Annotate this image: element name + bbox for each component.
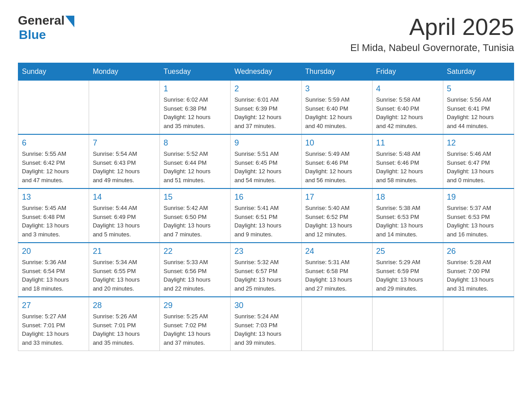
calendar-week-row: 13Sunrise: 5:45 AM Sunset: 6:48 PM Dayli… bbox=[18, 188, 514, 243]
day-info: Sunrise: 5:49 AM Sunset: 6:46 PM Dayligh… bbox=[305, 150, 369, 184]
calendar-header: SundayMondayTuesdayWednesdayThursdayFrid… bbox=[18, 63, 514, 81]
calendar-cell: 11Sunrise: 5:48 AM Sunset: 6:46 PM Dayli… bbox=[372, 134, 443, 188]
calendar-cell: 15Sunrise: 5:42 AM Sunset: 6:50 PM Dayli… bbox=[160, 188, 231, 243]
day-number: 13 bbox=[22, 193, 85, 202]
calendar-cell: 6Sunrise: 5:55 AM Sunset: 6:42 PM Daylig… bbox=[18, 134, 89, 188]
day-number: 25 bbox=[376, 247, 439, 256]
calendar-cell: 8Sunrise: 5:52 AM Sunset: 6:44 PM Daylig… bbox=[160, 134, 231, 188]
logo-general-text: General bbox=[18, 13, 64, 28]
day-info: Sunrise: 5:46 AM Sunset: 6:47 PM Dayligh… bbox=[447, 150, 510, 184]
day-info: Sunrise: 5:31 AM Sunset: 6:58 PM Dayligh… bbox=[305, 258, 369, 293]
day-info: Sunrise: 5:54 AM Sunset: 6:43 PM Dayligh… bbox=[93, 150, 156, 184]
calendar-cell: 16Sunrise: 5:41 AM Sunset: 6:51 PM Dayli… bbox=[231, 188, 301, 243]
day-number: 28 bbox=[93, 301, 156, 310]
location-title: El Mida, Nabeul Governorate, Tunisia bbox=[350, 42, 514, 54]
calendar-cell: 22Sunrise: 5:33 AM Sunset: 6:56 PM Dayli… bbox=[160, 243, 231, 297]
day-info: Sunrise: 5:33 AM Sunset: 6:56 PM Dayligh… bbox=[163, 258, 227, 293]
weekday-header-monday: Monday bbox=[89, 63, 160, 81]
day-info: Sunrise: 5:56 AM Sunset: 6:41 PM Dayligh… bbox=[447, 95, 510, 130]
day-number: 12 bbox=[447, 138, 510, 148]
day-info: Sunrise: 5:51 AM Sunset: 6:45 PM Dayligh… bbox=[234, 150, 297, 184]
weekday-header-row: SundayMondayTuesdayWednesdayThursdayFrid… bbox=[18, 63, 514, 81]
day-number: 19 bbox=[447, 193, 510, 202]
day-number: 27 bbox=[22, 301, 85, 310]
day-info: Sunrise: 5:41 AM Sunset: 6:51 PM Dayligh… bbox=[234, 204, 297, 239]
calendar-cell bbox=[372, 297, 443, 351]
logo: General Blue bbox=[18, 13, 74, 42]
calendar-cell: 26Sunrise: 5:28 AM Sunset: 7:00 PM Dayli… bbox=[443, 243, 514, 297]
day-number: 29 bbox=[163, 301, 227, 310]
weekday-header-tuesday: Tuesday bbox=[160, 63, 231, 81]
calendar-cell bbox=[301, 297, 372, 351]
day-info: Sunrise: 5:27 AM Sunset: 7:01 PM Dayligh… bbox=[22, 312, 85, 347]
day-number: 17 bbox=[305, 193, 369, 202]
day-info: Sunrise: 5:59 AM Sunset: 6:40 PM Dayligh… bbox=[305, 95, 369, 130]
day-info: Sunrise: 5:58 AM Sunset: 6:40 PM Dayligh… bbox=[376, 95, 439, 130]
calendar-cell: 3Sunrise: 5:59 AM Sunset: 6:40 PM Daylig… bbox=[301, 81, 372, 135]
calendar-cell bbox=[18, 81, 89, 135]
logo-blue-text: Blue bbox=[19, 28, 46, 42]
logo-wrapper: General Blue bbox=[18, 13, 74, 42]
day-number: 8 bbox=[163, 138, 227, 148]
calendar-cell: 23Sunrise: 5:32 AM Sunset: 6:57 PM Dayli… bbox=[231, 243, 301, 297]
calendar-cell: 5Sunrise: 5:56 AM Sunset: 6:41 PM Daylig… bbox=[443, 81, 514, 135]
title-section: April 2025 El Mida, Nabeul Governorate, … bbox=[350, 13, 514, 54]
day-number: 1 bbox=[163, 84, 227, 94]
day-number: 14 bbox=[93, 193, 156, 202]
calendar-cell: 17Sunrise: 5:40 AM Sunset: 6:52 PM Dayli… bbox=[301, 188, 372, 243]
day-info: Sunrise: 5:44 AM Sunset: 6:49 PM Dayligh… bbox=[93, 204, 156, 239]
calendar-week-row: 1Sunrise: 6:02 AM Sunset: 6:38 PM Daylig… bbox=[18, 81, 514, 135]
day-info: Sunrise: 5:55 AM Sunset: 6:42 PM Dayligh… bbox=[22, 150, 85, 184]
day-info: Sunrise: 5:38 AM Sunset: 6:53 PM Dayligh… bbox=[376, 204, 439, 239]
day-number: 16 bbox=[234, 193, 297, 202]
calendar-cell: 14Sunrise: 5:44 AM Sunset: 6:49 PM Dayli… bbox=[89, 188, 160, 243]
day-info: Sunrise: 5:36 AM Sunset: 6:54 PM Dayligh… bbox=[22, 258, 85, 293]
weekday-header-saturday: Saturday bbox=[443, 63, 514, 81]
page-header: General Blue April 2025 El Mida, Nabeul … bbox=[18, 13, 514, 54]
day-number: 20 bbox=[22, 247, 85, 256]
day-info: Sunrise: 5:24 AM Sunset: 7:03 PM Dayligh… bbox=[234, 312, 297, 347]
day-info: Sunrise: 5:29 AM Sunset: 6:59 PM Dayligh… bbox=[376, 258, 439, 293]
logo-line2: Blue bbox=[19, 28, 74, 42]
day-info: Sunrise: 5:45 AM Sunset: 6:48 PM Dayligh… bbox=[22, 204, 85, 239]
calendar-cell: 24Sunrise: 5:31 AM Sunset: 6:58 PM Dayli… bbox=[301, 243, 372, 297]
calendar-cell: 20Sunrise: 5:36 AM Sunset: 6:54 PM Dayli… bbox=[18, 243, 89, 297]
day-info: Sunrise: 5:28 AM Sunset: 7:00 PM Dayligh… bbox=[447, 258, 510, 293]
day-info: Sunrise: 5:34 AM Sunset: 6:55 PM Dayligh… bbox=[93, 258, 156, 293]
calendar-cell: 19Sunrise: 5:37 AM Sunset: 6:53 PM Dayli… bbox=[443, 188, 514, 243]
day-number: 5 bbox=[447, 84, 510, 94]
month-title: April 2025 bbox=[350, 13, 514, 40]
day-number: 30 bbox=[234, 301, 297, 310]
day-number: 18 bbox=[376, 193, 439, 202]
calendar-cell: 1Sunrise: 6:02 AM Sunset: 6:38 PM Daylig… bbox=[160, 81, 231, 135]
day-number: 22 bbox=[163, 247, 227, 256]
day-number: 3 bbox=[305, 84, 369, 94]
day-info: Sunrise: 5:37 AM Sunset: 6:53 PM Dayligh… bbox=[447, 204, 510, 239]
logo-triangle-icon bbox=[65, 16, 74, 27]
weekday-header-friday: Friday bbox=[372, 63, 443, 81]
day-info: Sunrise: 5:48 AM Sunset: 6:46 PM Dayligh… bbox=[376, 150, 439, 184]
calendar-week-row: 6Sunrise: 5:55 AM Sunset: 6:42 PM Daylig… bbox=[18, 134, 514, 188]
calendar-week-row: 20Sunrise: 5:36 AM Sunset: 6:54 PM Dayli… bbox=[18, 243, 514, 297]
calendar-cell: 9Sunrise: 5:51 AM Sunset: 6:45 PM Daylig… bbox=[231, 134, 301, 188]
calendar-week-row: 27Sunrise: 5:27 AM Sunset: 7:01 PM Dayli… bbox=[18, 297, 514, 351]
day-info: Sunrise: 5:52 AM Sunset: 6:44 PM Dayligh… bbox=[163, 150, 227, 184]
day-number: 23 bbox=[234, 247, 297, 256]
day-number: 10 bbox=[305, 138, 369, 148]
day-number: 26 bbox=[447, 247, 510, 256]
svg-marker-0 bbox=[65, 16, 74, 27]
calendar-cell bbox=[443, 297, 514, 351]
day-info: Sunrise: 6:01 AM Sunset: 6:39 PM Dayligh… bbox=[234, 95, 297, 130]
day-info: Sunrise: 5:26 AM Sunset: 7:01 PM Dayligh… bbox=[93, 312, 156, 347]
day-number: 4 bbox=[376, 84, 439, 94]
day-number: 24 bbox=[305, 247, 369, 256]
calendar-cell bbox=[89, 81, 160, 135]
day-info: Sunrise: 5:25 AM Sunset: 7:02 PM Dayligh… bbox=[163, 312, 227, 347]
weekday-header-sunday: Sunday bbox=[18, 63, 89, 81]
day-number: 11 bbox=[376, 138, 439, 148]
day-number: 7 bbox=[93, 138, 156, 148]
calendar-cell: 21Sunrise: 5:34 AM Sunset: 6:55 PM Dayli… bbox=[89, 243, 160, 297]
day-number: 21 bbox=[93, 247, 156, 256]
calendar-cell: 7Sunrise: 5:54 AM Sunset: 6:43 PM Daylig… bbox=[89, 134, 160, 188]
day-number: 6 bbox=[22, 138, 85, 148]
